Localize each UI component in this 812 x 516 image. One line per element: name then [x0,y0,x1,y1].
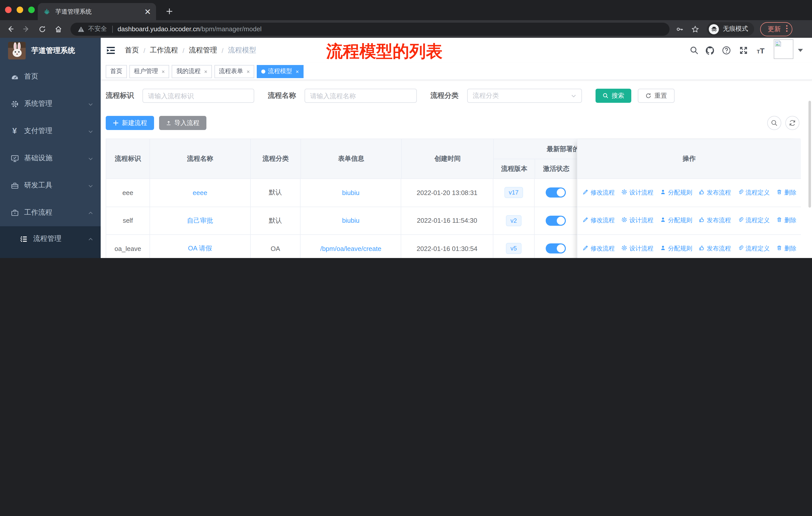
action-edit-link[interactable]: 修改流程 [582,188,615,197]
action-delete-trash-link[interactable]: 删除 [776,244,796,253]
new-tab-button[interactable] [162,4,176,18]
edit-icon [582,189,588,196]
github-icon[interactable] [705,45,715,55]
action-assign-user-link[interactable]: 分配规则 [660,188,692,197]
action-label: 删除 [784,216,796,225]
font-size-icon[interactable]: TT [756,45,766,55]
action-label: 分配规则 [668,216,692,225]
created-text: 2022-01-16 01:30:54 [416,245,477,252]
tag-close-icon[interactable]: × [247,68,250,74]
reload-button[interactable] [36,23,48,35]
help-icon[interactable] [721,45,731,55]
home-button[interactable] [52,23,64,35]
minimize-window-button[interactable] [17,6,23,13]
sidebar-item[interactable]: 流程管理 [0,226,101,251]
name-link[interactable]: OA 请假 [188,244,212,253]
col-header-key: 流程标识 [106,139,150,179]
sidebar-item[interactable]: 研发工具 [0,172,101,199]
fullscreen-icon[interactable] [738,45,749,55]
filter-category-select[interactable]: 流程分类 [467,89,582,103]
action-delete-trash-link[interactable]: 删除 [776,216,796,225]
tag-close-icon[interactable]: × [162,68,165,74]
action-assign-user-link[interactable]: 分配规则 [660,244,692,253]
action-edit-link[interactable]: 修改流程 [582,244,615,253]
page-scrollbar[interactable] [809,101,811,208]
browser-tab[interactable]: 芋道管理系统 ✕ [38,3,156,20]
breadcrumb-item[interactable]: 流程管理 [189,46,217,55]
reset-button[interactable]: 重置 [638,89,674,103]
action-definition-clip-link[interactable]: 流程定义 [737,216,770,225]
cell-name: OA 请假 [150,235,251,258]
sidebar-item[interactable]: 系统管理 [0,90,101,117]
action-design-gear-link[interactable]: 设计流程 [621,216,654,225]
password-key-icon[interactable] [674,23,685,34]
action-delete-trash-link[interactable]: 删除 [776,188,796,197]
import-process-button[interactable]: 导入流程 [159,116,206,130]
close-window-button[interactable] [5,6,11,13]
security-label[interactable]: 不安全 [88,25,107,33]
page-tag[interactable]: 流程表单× [214,65,255,78]
page-tag[interactable]: 租户管理× [129,65,169,78]
show-search-toggle-button[interactable] [767,116,781,130]
chevron-down-icon [88,128,94,134]
zoom-window-button[interactable] [28,6,35,13]
active-toggle[interactable] [546,188,566,198]
action-assign-user-link[interactable]: 分配规则 [660,216,692,225]
header-search-icon[interactable] [689,45,699,55]
forward-button[interactable] [20,23,32,35]
sidebar-logo[interactable]: 芋道管理系统 [0,38,101,63]
page-tag[interactable]: 我的流程× [172,65,212,78]
edit-icon [582,245,588,252]
category-text: OA [270,245,280,252]
operations-row: 修改流程设计流程分配规则发布流程流程定义删除 [577,179,801,207]
action-definition-clip-link[interactable]: 流程定义 [737,188,770,197]
tag-close-icon[interactable]: × [296,68,299,74]
col-header-created: 创建时间 [402,139,494,179]
action-publish-link[interactable]: 发布流程 [699,244,731,253]
chrome-menu-dots-icon[interactable] [786,24,788,33]
name-link[interactable]: 自己审批 [187,216,213,225]
cell-key: self [106,207,150,235]
form-link[interactable]: biubiu [342,217,359,224]
tag-close-icon[interactable]: × [204,68,207,74]
active-toggle[interactable] [546,244,566,254]
action-publish-link[interactable]: 发布流程 [699,188,731,197]
avatar-caret-icon[interactable] [798,49,803,52]
back-button[interactable] [4,23,16,35]
user-avatar[interactable] [774,39,793,59]
refresh-table-button[interactable] [785,116,800,130]
collapse-sidebar-icon[interactable] [106,45,116,55]
breadcrumb-item[interactable]: 工作流程 [150,46,178,55]
form-link[interactable]: biubiu [342,189,359,196]
filter-key-input[interactable] [142,89,254,103]
version-badge[interactable]: v5 [506,243,521,254]
filter-name-input[interactable] [304,89,417,103]
action-design-gear-link[interactable]: 设计流程 [621,244,654,253]
sidebar-item[interactable]: 流程表单 [0,251,101,258]
page-tag[interactable]: 流程模型× [257,65,303,78]
page-tag[interactable]: 首页 [106,65,127,78]
bookmark-star-icon[interactable] [690,23,701,34]
active-toggle[interactable] [546,216,566,226]
sidebar-item[interactable]: ¥支付管理 [0,117,101,145]
version-badge[interactable]: v17 [504,187,523,198]
create-process-button[interactable]: 新建流程 [106,116,154,130]
address-bar[interactable]: 不安全 dashboard.yudao.iocoder.cn/bpm/manag… [70,22,670,35]
sidebar-item[interactable]: 基础设施 [0,145,101,172]
sidebar-item[interactable]: 工作流程 [0,199,101,226]
action-definition-clip-link[interactable]: 流程定义 [737,244,770,253]
action-design-gear-link[interactable]: 设计流程 [621,188,654,197]
name-link[interactable]: eeee [193,189,207,196]
action-label: 设计流程 [629,188,654,197]
form-link[interactable]: /bpm/oa/leave/create [320,245,381,252]
chevron-down-icon [88,155,94,161]
breadcrumb-item: 流程模型 [228,46,256,55]
sidebar-item[interactable]: 首页 [0,63,101,90]
search-button[interactable]: 搜索 [596,89,631,103]
version-badge[interactable]: v2 [506,215,521,226]
breadcrumb-item[interactable]: 首页 [125,46,139,55]
update-chrome-button[interactable]: 更新 [760,22,792,36]
tab-close-icon[interactable]: ✕ [144,7,151,17]
action-publish-link[interactable]: 发布流程 [699,216,731,225]
action-edit-link[interactable]: 修改流程 [582,216,615,225]
